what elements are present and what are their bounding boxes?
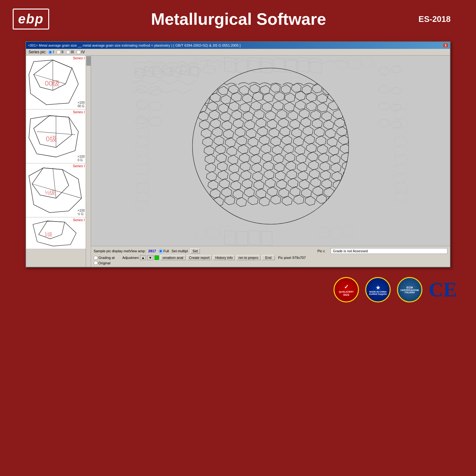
svg-point-14 — [203, 65, 215, 73]
radio-item-III[interactable]: III — [66, 50, 74, 54]
header-title-block: Metallurgical Software — [59, 10, 419, 29]
ce-mark: CE — [429, 278, 457, 301]
main-image-area — [91, 56, 450, 246]
grade-box: Grade is not Assessed — [331, 248, 447, 254]
app-window: <001> Metal average grain size __ metal … — [25, 41, 451, 268]
thumbnail-4[interactable]: Series I 1级 — [26, 217, 86, 249]
thumb2-series: Series I — [73, 110, 85, 114]
series-label: Series pic: — [29, 50, 46, 54]
nm-to-prepro-button[interactable]: nm to prepro — [236, 255, 260, 260]
amp-label: Sample pic display metView amp: — [94, 249, 146, 253]
create-report-button[interactable]: Create report — [187, 255, 212, 260]
svg-text:1级: 1级 — [44, 231, 52, 237]
svg-point-21 — [136, 116, 147, 124]
window-title: <001> Metal average grain size __ metal … — [28, 43, 241, 47]
display-original-radio[interactable]: Original — [94, 261, 110, 265]
svg-point-24 — [392, 88, 401, 94]
left-scrollbar[interactable] — [86, 56, 91, 267]
pixel-value: 979x707 — [292, 256, 306, 260]
thumb2-svg: 0级 — [27, 111, 85, 162]
pixel-label: Pic pixel — [278, 256, 291, 260]
controls-row2: Grading at Adjustmen ▲ ▼ omatism anal Cr… — [94, 255, 447, 260]
svg-point-13 — [190, 67, 201, 75]
app-header: ebp Metallurgical Software ES-2018 — [0, 0, 476, 38]
svg-point-22 — [149, 117, 162, 126]
set-button[interactable]: Set — [190, 248, 200, 254]
radio-IV[interactable] — [76, 50, 81, 54]
controls-row1: Sample pic display metView amp: 2817 Ful… — [94, 248, 447, 254]
thumbnail-list: Series I 00级 ×10000 G Serie — [26, 56, 86, 249]
svg-point-18 — [149, 87, 162, 95]
svg-point-10 — [149, 66, 162, 75]
thumb3-svg: ½级 — [27, 165, 85, 216]
radio-item-IV[interactable]: IV — [76, 50, 85, 54]
omatism-anal-button[interactable]: omatism anal — [160, 255, 185, 260]
adjust-down-button[interactable]: ▼ — [147, 255, 153, 260]
thumb1-mag: ×10000 G — [77, 101, 85, 108]
right-panel: Sample pic display metView amp: 2817 Ful… — [91, 56, 450, 267]
adjust-up-button[interactable]: ▲ — [140, 255, 146, 260]
grade-label: Pic c — [317, 249, 325, 253]
svg-point-15 — [379, 67, 390, 75]
scrollbar-thumb[interactable] — [86, 56, 91, 66]
thumbnail-1[interactable]: Series I 00级 ×10000 G — [26, 56, 86, 109]
logo-text: ebp — [18, 11, 44, 26]
svg-point-16 — [392, 66, 401, 73]
thumb4-series: Series I — [73, 218, 85, 222]
app-title: Metallurgical Software — [59, 10, 419, 29]
radio-III[interactable] — [66, 50, 70, 54]
grain-image — [91, 56, 450, 246]
radio-II[interactable] — [56, 50, 61, 54]
green-indicator — [155, 255, 159, 260]
svg-rect-6 — [30, 219, 82, 248]
main-area: <001> Metal average grain size __ metal … — [0, 38, 476, 271]
svg-point-27 — [379, 119, 390, 127]
history-info-button[interactable]: History info — [213, 255, 235, 260]
series-radio-group: I II III IV — [48, 50, 85, 54]
ecm-badge: ECM CERTIFICAZIONE ITALIANA — [397, 277, 422, 302]
bottom-controls: Sample pic display metView amp: 2817 Ful… — [91, 246, 450, 267]
sgs-badge: ✓ QUALICERT SGS — [334, 277, 359, 302]
window-toolbar: Series pic: I II III IV — [26, 49, 450, 56]
svg-point-17 — [136, 86, 147, 93]
end-button[interactable]: End — [262, 255, 275, 260]
radio-I[interactable] — [48, 50, 52, 54]
svg-text:½级: ½级 — [45, 189, 55, 196]
logo-box: ebp — [13, 9, 49, 30]
left-panel: Series I 00级 ×10000 G Serie — [26, 56, 91, 267]
svg-point-20 — [149, 102, 162, 110]
window-titlebar: <001> Metal average grain size __ metal … — [26, 42, 450, 49]
thumb3-mag: ×100½ G — [77, 209, 85, 216]
display-grading-radio[interactable]: Grading at — [94, 256, 115, 260]
thumb1-svg: 00级 — [27, 57, 85, 108]
svg-point-23 — [379, 86, 390, 93]
svg-point-25 — [379, 102, 390, 110]
app-subtitle: ES-2018 — [419, 14, 451, 24]
svg-text:0级: 0级 — [46, 135, 56, 143]
audited-supplier-badge: ★ MADE-IN-CHINA Audited Supplier — [365, 277, 391, 302]
amp-value: 2817 — [148, 249, 156, 253]
adjustment-label: Adjustmen — [122, 256, 139, 260]
svg-rect-4 — [27, 166, 85, 214]
radio-item-II[interactable]: II — [56, 50, 63, 54]
thumb4-svg: 1级 — [27, 219, 85, 248]
radio-item-I[interactable]: I — [48, 50, 54, 54]
thumbnail-2[interactable]: Series I 0级 ×1000 G — [26, 109, 86, 163]
thumb2-mag: ×1000 G — [77, 155, 85, 162]
display-full-radio[interactable]: Full — [159, 249, 169, 253]
thumb1-series: Series I — [73, 56, 85, 60]
brand-area: ✓ QUALICERT SGS ★ MADE-IN-CHINA Audited … — [0, 271, 476, 309]
svg-point-19 — [136, 101, 147, 108]
window-content: Series I 00级 ×10000 G Serie — [26, 56, 450, 267]
close-button[interactable]: X — [443, 43, 448, 48]
svg-text:00级: 00级 — [45, 79, 60, 87]
set-multi-label: Set multipl — [171, 249, 188, 253]
thumb3-series: Series I — [73, 164, 85, 168]
thumbnail-3[interactable]: Series I ½级 ×100½ G — [26, 163, 86, 217]
